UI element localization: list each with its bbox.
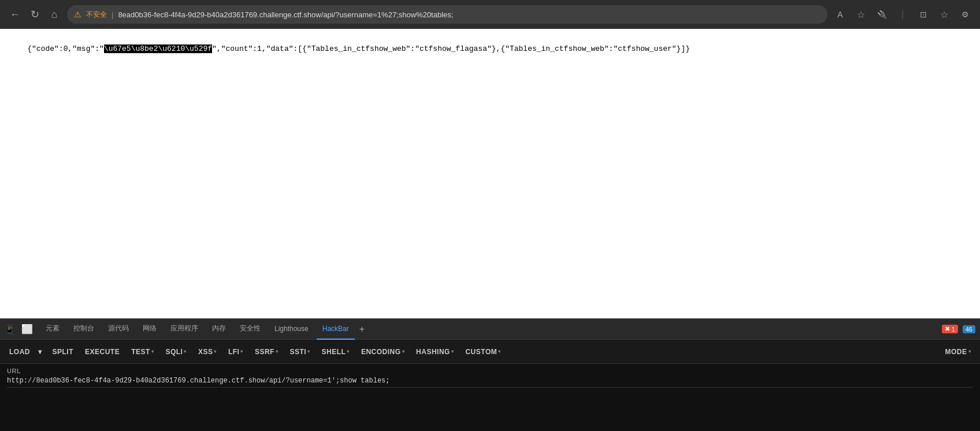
encoding-dropdown-arrow: ▾	[402, 349, 405, 354]
ssrf-button[interactable]: SSRF ▾	[250, 345, 283, 358]
url-section: URL http://8ead0b36-fec8-4f4a-9d29-b40a2…	[0, 364, 980, 431]
address-bar[interactable]: ⚠ 不安全 | 8ead0b36-fec8-4f4a-9d29-b40a2d36…	[67, 5, 827, 24]
favorites-icon[interactable]: ☆	[936, 6, 952, 23]
separator: |	[112, 10, 113, 19]
address-url-text: 8ead0b36-fec8-4f4a-9d29-b40a2d361769.cha…	[118, 10, 453, 19]
tab-network[interactable]: 网络	[137, 319, 162, 340]
nav-buttons: ← ↻ ⌂	[7, 6, 62, 23]
hashing-dropdown-arrow: ▾	[451, 349, 454, 354]
settings-icon[interactable]: ⚙	[957, 6, 973, 23]
ssrf-dropdown-arrow: ▾	[276, 349, 279, 354]
split-button[interactable]: SPLIT	[48, 345, 79, 358]
profile-icon[interactable]: A	[832, 6, 848, 23]
page-content: {"code":0,"msg":"\u67e5\u8be2\u6210\u529…	[0, 29, 980, 318]
bookmark-icon[interactable]: ☆	[853, 6, 869, 23]
encoding-button[interactable]: ENCODING ▾	[357, 345, 409, 358]
hackbar-toolbar: LOAD ▾ SPLIT EXECUTE TEST ▾ SQLI ▾ XSS ▾…	[0, 340, 980, 364]
sqli-button[interactable]: SQLI ▾	[161, 345, 191, 358]
tab-application[interactable]: 应用程序	[165, 319, 204, 340]
test-button[interactable]: TEST ▾	[127, 345, 158, 358]
url-value: http://8ead0b36-fec8-4f4a-9d29-b40a2d361…	[7, 377, 973, 388]
browser-actions: A ☆ 🔌 | ⊡ ☆ ⚙	[832, 6, 973, 23]
inspect-icon[interactable]: ⬜	[21, 324, 33, 335]
devtools-tabs: 📱 ⬜ 元素 控制台 源代码 网络 应用程序 内存 安全性 Lighthouse…	[0, 319, 980, 340]
back-button[interactable]: ←	[7, 6, 23, 23]
sqli-dropdown-arrow: ▾	[184, 349, 187, 354]
json-response: {"code":0,"msg":"\u67e5\u8be2\u6210\u529…	[9, 36, 971, 62]
add-tab-button[interactable]: +	[359, 324, 365, 335]
insecure-label: 不安全	[86, 10, 107, 20]
tab-lighthouse[interactable]: Lighthouse	[269, 319, 314, 340]
ssti-dropdown-arrow: ▾	[307, 349, 310, 354]
lfi-button[interactable]: LFI ▾	[224, 345, 248, 358]
extensions-icon[interactable]: 🔌	[874, 6, 890, 23]
lock-icon: ⚠	[74, 10, 81, 19]
xss-button[interactable]: XSS ▾	[194, 345, 221, 358]
tab-memory[interactable]: 内存	[206, 319, 232, 340]
tab-hackbar[interactable]: HackBar	[317, 319, 355, 340]
url-label: URL	[7, 367, 973, 374]
browser-chrome: ← ↻ ⌂ ⚠ 不安全 | 8ead0b36-fec8-4f4a-9d29-b4…	[0, 0, 980, 29]
execute-button[interactable]: EXECUTE	[80, 345, 124, 358]
error-badge: ✖ 1	[942, 325, 958, 333]
lfi-dropdown-arrow: ▾	[240, 349, 243, 354]
warning-badge: 46	[963, 325, 975, 333]
xss-dropdown-arrow: ▾	[214, 349, 217, 354]
tab-security[interactable]: 安全性	[234, 319, 266, 340]
json-after: ","count":1,"data":[{"Tables_in_ctfshow_…	[212, 44, 690, 53]
custom-dropdown-arrow: ▾	[498, 349, 501, 354]
warning-count: 46	[966, 326, 972, 333]
home-button[interactable]: ⌂	[46, 6, 62, 23]
json-highlight: \u67e5\u8be2\u6210\u529f	[104, 44, 212, 53]
tab-sources[interactable]: 源代码	[102, 319, 135, 340]
test-dropdown-arrow: ▾	[151, 349, 154, 354]
ssti-button[interactable]: SSTI ▾	[285, 345, 314, 358]
hashing-button[interactable]: HASHING ▾	[411, 345, 458, 358]
devtools-panel: 📱 ⬜ 元素 控制台 源代码 网络 应用程序 内存 安全性 Lighthouse…	[0, 318, 980, 431]
devtools-badges: ✖ 1 46	[942, 325, 975, 333]
mode-dropdown-arrow: ▾	[968, 349, 971, 354]
mode-button[interactable]: MODE ▾	[941, 345, 976, 358]
split-view-icon[interactable]: ⊡	[915, 6, 931, 23]
shell-button[interactable]: SHELL ▾	[317, 345, 354, 358]
tab-console[interactable]: 控制台	[68, 319, 100, 340]
error-count: 1	[952, 326, 955, 333]
device-mode-icon[interactable]: 📱	[5, 325, 14, 334]
json-before: {"code":0,"msg":"	[27, 44, 104, 53]
error-icon: ✖	[945, 325, 950, 333]
shell-dropdown-arrow: ▾	[347, 349, 350, 354]
load-dropdown-arrow: ▾	[38, 348, 42, 356]
custom-button[interactable]: CUSTOM ▾	[461, 345, 505, 358]
reload-button[interactable]: ↻	[27, 6, 43, 23]
load-dropdown-button[interactable]: ▾	[37, 345, 46, 358]
tab-elements[interactable]: 元素	[40, 319, 65, 340]
load-button[interactable]: LOAD	[5, 345, 35, 358]
